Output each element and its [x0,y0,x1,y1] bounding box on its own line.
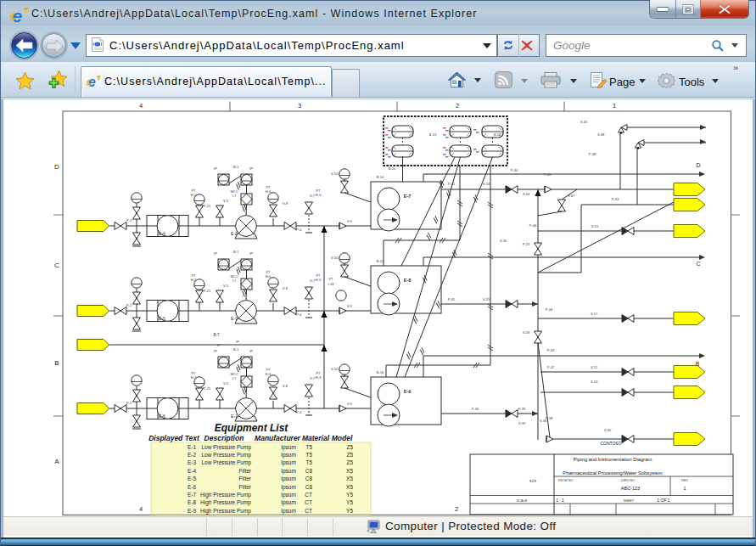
svg-text:1: 1 [683,486,686,491]
svg-text:Y5: Y5 [346,508,353,514]
svg-text:Ipsum: Ipsum [281,484,296,491]
svg-text:E-2: E-2 [231,231,238,236]
svg-text:Piping and Instrumentation Dia: Piping and Instrumentation Diagram [574,457,652,462]
svg-text:X5: X5 [346,468,353,474]
svg-text:1 : 1: 1 : 1 [556,498,564,503]
svg-text:Low Pressure Pump: Low Pressure Pump [201,452,251,459]
svg-text:Pharmaceutical Processing/Wate: Pharmaceutical Processing/Water Subsyste… [563,470,663,476]
svg-text:V-7: V-7 [310,376,316,380]
svg-text:e: e [88,75,96,89]
svg-text:IP: IP [249,349,253,353]
svg-text:V-25: V-25 [483,297,490,301]
svg-text:E-5: E-5 [188,476,197,481]
svg-text:E-8: E-8 [404,278,412,283]
svg-text:Low Pressure Pump: Low Pressure Pump [201,459,251,466]
svg-text:I-7: I-7 [232,376,237,380]
svg-text:2: 2 [455,505,458,513]
svg-text:Low Pressure Pump: Low Pressure Pump [201,444,251,451]
svg-text:Y5: Y5 [346,499,353,505]
svg-text:V-57: V-57 [591,312,598,316]
svg-text:E-5: E-5 [159,316,165,321]
svg-text:P-2: P-2 [126,303,132,307]
svg-text:H-6: H-6 [266,372,272,376]
svg-text:E-3: E-3 [231,316,238,321]
svg-text:P-42: P-42 [547,365,555,369]
svg-text:Ipsum: Ipsum [281,452,296,459]
svg-text:E-9: E-9 [188,508,197,514]
svg-text:V-7: V-7 [310,194,316,198]
svg-text:C8: C8 [305,468,313,474]
svg-text:IP: IP [217,343,221,347]
svg-text:V-9: V-9 [347,304,353,308]
svg-text:V-40: V-40 [604,428,612,432]
svg-text:I-7: I-7 [232,194,237,198]
svg-text:V-8: V-8 [283,286,288,290]
svg-text:P-21: P-21 [204,204,211,208]
svg-text:P-22: P-22 [523,242,530,246]
svg-text:V-5: V-5 [223,284,229,288]
svg-text:E-3: E-3 [188,459,197,465]
svg-text:E-2: E-2 [188,452,197,458]
svg-text:H-2: H-2 [191,193,197,197]
svg-text:I-18: I-18 [328,282,335,286]
svg-text:PT: PT [328,277,333,281]
svg-text:4: 4 [139,505,143,513]
svg-text:H-3: H-3 [316,193,322,197]
svg-text:Equipment List: Equipment List [215,422,289,434]
svg-text:H-6: H-6 [266,274,272,279]
svg-text:B-10: B-10 [389,166,396,171]
svg-text:Filter: Filter [239,484,252,490]
svg-text:E-6: E-6 [188,484,197,490]
svg-text:E-9: E-9 [404,389,412,394]
svg-text:CT: CT [305,499,312,505]
svg-text:E-1: E-1 [188,444,197,450]
svg-text:X5: X5 [346,476,353,481]
svg-text:E-7: E-7 [404,194,412,199]
svg-text:Displayed Text: Displayed Text [148,434,200,442]
svg-text:High Pressure Pump: High Pressure Pump [200,508,251,515]
svg-text:P-21: P-21 [204,386,211,391]
svg-text:V-39: V-39 [518,421,526,425]
svg-text:SCALE: SCALE [517,499,528,503]
svg-text:V-51: V-51 [591,224,599,228]
svg-text:V-10: V-10 [331,256,339,260]
svg-text:Ipsum: Ipsum [281,499,296,506]
svg-text:T5: T5 [305,444,312,450]
svg-text:B-7: B-7 [213,333,220,337]
svg-text:Description: Description [204,434,244,442]
svg-text:Material: Material [302,434,330,442]
svg-text:P-43: P-43 [547,348,555,352]
svg-text:V-8: V-8 [283,384,288,388]
svg-text:B-13: B-13 [429,132,437,137]
svg-text:V-5: V-5 [223,381,229,386]
svg-text:C: C [54,262,59,269]
svg-text:E-6: E-6 [159,414,165,419]
svg-text:P-2: P-2 [126,401,132,405]
svg-text:CT: CT [305,508,312,514]
svg-text:P-4: P-4 [296,410,302,414]
svg-text:P-36: P-36 [472,407,479,411]
svg-text:V-48: V-48 [597,132,605,137]
svg-text:H-3: H-3 [316,278,322,282]
svg-text:B-16: B-16 [377,370,384,374]
svg-text:B-14: B-14 [377,175,384,179]
svg-text:P-48: P-48 [589,152,596,156]
svg-text:V-47: V-47 [568,194,575,198]
svg-text:3: 3 [298,102,301,110]
svg-text:V-44: V-44 [523,192,530,196]
svg-text:Model: Model [332,434,353,442]
svg-text:V-30: V-30 [500,239,507,243]
svg-text:Filter: Filter [239,468,252,474]
svg-text:I-7: I-7 [232,279,237,283]
svg-text:High Pressure Pump: High Pressure Pump [200,492,251,498]
svg-text:IP: IP [249,166,253,171]
svg-text:ABC-123: ABC-123 [621,486,640,491]
svg-text:H-6: H-6 [266,189,272,194]
svg-text:Ipsum: Ipsum [281,508,296,515]
svg-text:E-1: E-1 [231,414,238,419]
svg-text:P-44: P-44 [546,307,553,312]
svg-text:FSCM NO: FSCM NO [558,479,574,482]
svg-text:E-8: E-8 [188,499,197,505]
svg-text:T5: T5 [305,452,312,458]
svg-text:P-45: P-45 [448,297,456,301]
